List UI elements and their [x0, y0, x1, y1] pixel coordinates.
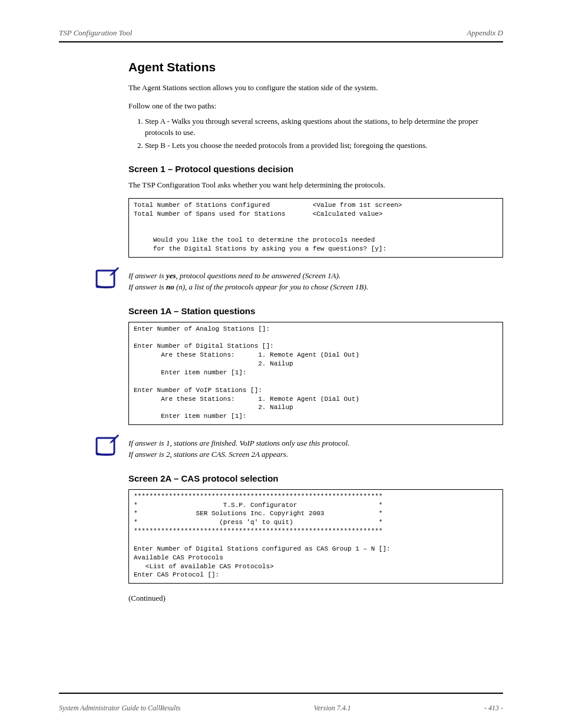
header-left: TSP Configuration Tool — [59, 28, 132, 38]
content-column: Agent Stations The Agent Stations sectio… — [128, 60, 503, 604]
screen1a-code: Enter Number of Analog Stations []: Ente… — [128, 322, 503, 425]
note-1-text: If answer is yes, protocol questions nee… — [128, 267, 368, 293]
step-intro: Follow one of the two paths: — [128, 101, 503, 112]
page: TSP Configuration Tool Appendix D Agent … — [0, 0, 562, 728]
page-footer: System Administrator Guide to CallResult… — [59, 704, 503, 713]
screen1-code: Total Number of Stations Configured <Val… — [128, 198, 503, 258]
footer-center: Version 7.4.1 — [314, 704, 351, 713]
screen1-desc: The TSP Configuration Tool asks whether … — [128, 180, 503, 191]
step-item: Step A - Walks you through several scree… — [145, 116, 503, 139]
section-intro: The Agent Stations section allows you to… — [128, 83, 503, 94]
footer-right: - 413 - — [484, 704, 503, 713]
section-title: Agent Stations — [128, 60, 503, 74]
continued-marker: (Continued) — [128, 593, 503, 604]
note-icon — [94, 267, 121, 289]
step-list: Step A - Walks you through several scree… — [128, 116, 503, 151]
screen2a-title: Screen 2A – CAS protocol selection — [128, 473, 503, 483]
screen2a-code: ****************************************… — [128, 489, 503, 584]
screen1a-title: Screen 1A – Station questions — [128, 306, 503, 316]
header-rule — [59, 41, 503, 42]
step-item: Step B - Lets you choose the needed prot… — [145, 140, 503, 151]
note-2-text: If answer is 1, stations are finished. V… — [128, 434, 349, 460]
screen1-title: Screen 1 – Protocol questions decision — [128, 164, 503, 174]
note-2: If answer is 1, stations are finished. V… — [94, 434, 503, 460]
footer-rule — [59, 693, 503, 694]
footer-left: System Administrator Guide to CallResult… — [59, 704, 180, 713]
note-1: If answer is yes, protocol questions nee… — [94, 267, 503, 293]
header-right: Appendix D — [467, 28, 503, 38]
note-icon — [94, 434, 121, 457]
page-header: TSP Configuration Tool Appendix D — [59, 28, 503, 38]
